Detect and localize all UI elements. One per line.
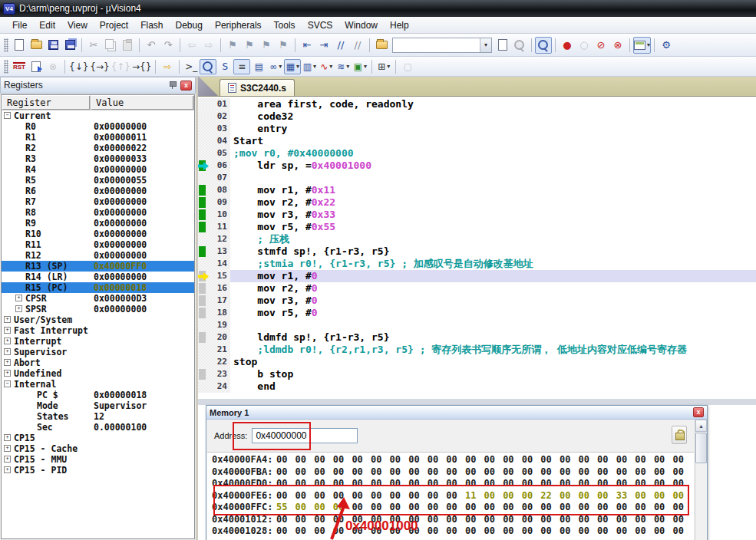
line-gutter[interactable]: 05 xyxy=(198,147,230,160)
memory-row[interactable]: 0x40000FE6:00000000000000000000110000002… xyxy=(207,490,694,502)
line-gutter[interactable]: 18 xyxy=(198,307,230,319)
lock-button[interactable] xyxy=(672,426,687,444)
register-row[interactable]: +CP15 - MMU xyxy=(2,454,194,465)
line-gutter[interactable]: 06 xyxy=(198,160,230,172)
register-row[interactable]: +Undefined xyxy=(2,368,194,379)
line-gutter[interactable]: 19 xyxy=(198,319,230,331)
code-line[interactable]: 19 xyxy=(198,319,756,331)
find-combo-dropdown-icon[interactable]: ▾ xyxy=(480,38,491,52)
expand-icon[interactable]: + xyxy=(4,456,11,463)
register-row[interactable]: States12 xyxy=(2,411,194,422)
code-line[interactable]: 21 ;ldmdb r0!, {r2,r1,r3, r5} ; 寄存列表书写顺序… xyxy=(198,344,756,356)
code-line[interactable]: 20 ldmfd sp!, {r1-r3, r5} xyxy=(198,331,756,344)
analysis-window-button[interactable]: ∿▾ xyxy=(318,59,335,74)
register-row[interactable]: R15 (PC)0x00000018 xyxy=(2,282,194,293)
address-input[interactable] xyxy=(252,428,358,443)
register-row[interactable]: +SPSR0x00000000 xyxy=(2,304,194,314)
menu-tools[interactable]: Tools xyxy=(268,18,302,32)
memory-row[interactable]: 0x40000FD0:00000000000000000000000000000… xyxy=(207,478,694,490)
menu-debug[interactable]: Debug xyxy=(170,18,209,32)
expand-icon[interactable]: + xyxy=(4,338,11,344)
register-row[interactable]: R120x00000000 xyxy=(2,250,194,261)
uncomment-button[interactable]: // xyxy=(349,37,366,54)
register-row[interactable]: R00x00000000 xyxy=(2,121,194,132)
system-viewer-button[interactable]: ▣▾ xyxy=(352,59,368,74)
bookmark-prev-button[interactable]: ⚑ xyxy=(241,37,258,54)
step-into-button[interactable]: {↓} xyxy=(68,59,89,74)
memory-row[interactable]: 0x40000FFC:55000000000000000000000000000… xyxy=(207,502,694,514)
line-gutter[interactable]: 22 xyxy=(198,356,230,368)
expand-icon[interactable]: + xyxy=(4,348,11,355)
bookmark-clear-button[interactable]: ⚑ xyxy=(275,37,292,54)
line-gutter[interactable]: 04 xyxy=(198,135,230,147)
code-line[interactable]: 09 mov r2, #0x22 xyxy=(198,196,756,209)
line-gutter[interactable]: 01 xyxy=(198,98,230,110)
memory-window-button[interactable]: ▦▾ xyxy=(284,59,301,74)
menu-view[interactable]: View xyxy=(61,18,94,32)
code-line[interactable]: 03 entry xyxy=(198,123,756,135)
symbol-window-button[interactable]: S xyxy=(216,59,233,74)
register-row[interactable]: +CPSR0x000000D3 xyxy=(2,293,194,304)
value-column-header[interactable]: Value xyxy=(91,95,194,110)
navigate-forward-button[interactable]: ⇨ xyxy=(200,37,217,54)
register-row[interactable]: ModeSupervisor xyxy=(2,400,194,411)
disable-all-breakpoints-button[interactable]: ⊘ xyxy=(593,37,609,54)
find-combo-input[interactable] xyxy=(393,39,480,51)
kill-all-breakpoints-button[interactable]: ⊗ xyxy=(609,37,626,54)
new-file-button[interactable] xyxy=(11,37,28,54)
expand-icon[interactable]: + xyxy=(4,370,11,377)
trace-window-button[interactable]: ≋▾ xyxy=(335,59,352,74)
line-gutter[interactable]: 10 xyxy=(198,209,230,221)
find-combo[interactable]: ▾ xyxy=(392,38,492,53)
insert-breakpoint-button[interactable]: ● xyxy=(559,37,576,54)
window-layout-button[interactable]: ▾ xyxy=(633,37,651,54)
call-stack-window-button[interactable]: ▤ xyxy=(250,59,267,74)
register-row[interactable]: +Interrupt xyxy=(2,336,194,347)
menu-svcs[interactable]: SVCS xyxy=(302,18,339,32)
code-line[interactable]: 05;mov r0, #0x40000000 xyxy=(198,147,756,160)
register-row[interactable]: +CP15 - PID xyxy=(2,465,194,476)
run-to-line-button[interactable]: →{} xyxy=(131,59,152,74)
register-row[interactable]: −Current xyxy=(2,110,194,121)
expand-icon[interactable]: + xyxy=(4,434,11,441)
line-gutter[interactable]: 11 xyxy=(198,221,230,233)
line-gutter[interactable]: 21 xyxy=(198,344,230,356)
line-gutter[interactable]: 16 xyxy=(198,282,230,295)
step-out-button[interactable]: {↑} xyxy=(111,59,131,74)
bookmark-next-button[interactable]: ⚑ xyxy=(258,37,275,54)
line-gutter[interactable]: 08 xyxy=(198,184,230,196)
register-row[interactable]: +CP15 xyxy=(2,433,194,443)
comment-button[interactable]: // xyxy=(332,37,349,54)
memory-row[interactable]: 0x40001028:00000000000000000000000000000… xyxy=(207,525,694,538)
code-line[interactable]: 22stop xyxy=(198,356,756,368)
watch-window-button[interactable]: ∞▾ xyxy=(267,59,284,74)
memory-row[interactable]: 0x40000FA4:00000000000000000000000000000… xyxy=(207,454,694,466)
undo-button[interactable]: ↶ xyxy=(143,37,160,54)
registers-window-button[interactable]: ≡ xyxy=(233,59,250,74)
code-editor[interactable]: 01 area first, code, readonly02 code3203… xyxy=(198,98,756,397)
register-row[interactable]: +CP15 - Cache xyxy=(2,443,194,454)
menu-peripherals[interactable]: Peripherals xyxy=(209,18,268,32)
line-gutter[interactable]: 07 xyxy=(198,172,230,184)
menu-project[interactable]: Project xyxy=(94,18,134,32)
indent-button[interactable]: ⇥ xyxy=(315,37,332,54)
expand-icon[interactable]: + xyxy=(15,295,22,301)
collapse-icon[interactable]: − xyxy=(4,380,11,387)
configure-target-button[interactable]: ⚙ xyxy=(658,37,675,54)
code-line[interactable]: 07 xyxy=(198,172,756,184)
register-column-header[interactable]: Register xyxy=(2,95,91,110)
code-line[interactable]: 23 b stop xyxy=(198,368,756,380)
register-row[interactable]: +Fast Interrupt xyxy=(2,325,194,336)
register-row[interactable]: R60x00000000 xyxy=(2,186,194,196)
collapse-icon[interactable]: − xyxy=(4,112,11,119)
serial-window-button[interactable]: ▥▾ xyxy=(301,59,318,74)
menu-edit[interactable]: Edit xyxy=(33,18,61,32)
code-line[interactable]: 10 mov r3, #0x33 xyxy=(198,209,756,221)
line-gutter[interactable]: 09 xyxy=(198,196,230,209)
expand-icon[interactable]: + xyxy=(4,466,11,473)
disassembly-window-button[interactable] xyxy=(200,59,216,74)
memory-row[interactable]: 0x40001012:00000000000000000000000000000… xyxy=(207,514,694,526)
register-row[interactable]: R50x00000055 xyxy=(2,175,194,186)
code-line[interactable]: 02 code32 xyxy=(198,110,756,123)
copy-button[interactable] xyxy=(102,37,119,54)
